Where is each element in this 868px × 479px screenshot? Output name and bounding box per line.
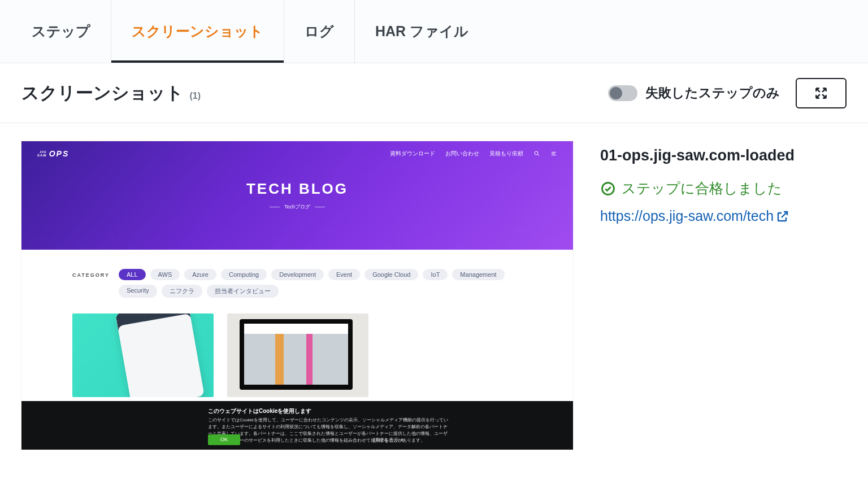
pill-interview: 担当者インタビュー [207, 285, 279, 298]
shot-logo: JIG SAW OPS [37, 149, 69, 158]
toggle-label: 失敗したステップのみ [645, 84, 780, 102]
pill-google-cloud: Google Cloud [364, 269, 418, 280]
tab-logs[interactable]: ログ [284, 0, 354, 63]
expand-button[interactable] [796, 78, 847, 108]
pill-computing: Computing [221, 269, 267, 280]
screenshot-thumbnail[interactable]: JIG SAW OPS 資料ダウンロード お問い合わせ 見積もり依頼 TECH … [21, 141, 573, 450]
toggle-switch-icon [608, 85, 637, 101]
section-title: スクリーンショット [21, 83, 184, 103]
shot-hero-title: TECH BLOG [246, 180, 348, 198]
menu-icon [550, 150, 557, 157]
cookie-ok-button: OK [208, 434, 240, 446]
section-count: (1) [189, 91, 201, 101]
cookie-detail: 詳細を表示 ▾ [374, 437, 403, 445]
card-calculator [72, 313, 214, 397]
cookie-heading: このウェブサイトはCookieを使用します [208, 407, 449, 415]
search-icon [533, 150, 540, 157]
cookie-banner: このウェブサイトはCookieを使用します このサイトではCookieを使用して… [21, 401, 573, 450]
shot-logo-bottom: SAW [37, 154, 47, 157]
tab-steps[interactable]: ステップ [11, 0, 111, 63]
shot-cards [72, 313, 522, 397]
pill-management: Management [452, 269, 504, 280]
category-row: CATEGORY ALL AWS Azure Computing Develop… [72, 269, 522, 298]
screenshot-info: 01-ops.jig-saw.com-loaded ステップに合格しました ht… [600, 141, 847, 224]
check-circle-icon [600, 181, 616, 197]
failed-only-toggle[interactable]: 失敗したステップのみ [608, 84, 780, 102]
tab-har[interactable]: HAR ファイル [354, 0, 489, 63]
screenshot-url-text: https://ops.jig-saw.com/tech [600, 208, 774, 224]
category-label: CATEGORY [72, 272, 110, 278]
pill-all: ALL [119, 269, 146, 280]
shot-link-contact: お問い合わせ [445, 150, 479, 158]
external-link-icon [776, 210, 789, 223]
card-monitor [227, 313, 368, 397]
step-passed: ステップに合格しました [600, 179, 847, 198]
cookie-body: このサイトではCookieを使用して、ユーザーに合わせたコンテンツの表示、ソーシ… [208, 417, 448, 443]
shot-hero-sub: Techブログ [270, 203, 325, 211]
pill-nifcloud: ニフクラ [162, 285, 202, 298]
pill-security: Security [119, 285, 157, 298]
tab-bar: ステップ スクリーンショット ログ HAR ファイル [0, 0, 868, 63]
shot-body: CATEGORY ALL AWS Azure Computing Develop… [21, 250, 573, 401]
pill-event: Event [328, 269, 360, 280]
pill-development: Development [271, 269, 324, 280]
content: JIG SAW OPS 資料ダウンロード お問い合わせ 見積もり依頼 TECH … [0, 123, 868, 468]
screenshot-url-link[interactable]: https://ops.jig-saw.com/tech [600, 208, 789, 224]
tab-screenshots[interactable]: スクリーンショット [111, 0, 284, 63]
section-title-wrap: スクリーンショット (1) [21, 81, 201, 105]
shot-logo-main: OPS [49, 149, 70, 158]
pill-azure: Azure [184, 269, 216, 280]
shot-nav-links: 資料ダウンロード お問い合わせ 見積もり依頼 [390, 150, 557, 158]
header-controls: 失敗したステップのみ [608, 78, 847, 108]
shot-hero: JIG SAW OPS 資料ダウンロード お問い合わせ 見積もり依頼 TECH … [21, 141, 573, 250]
category-pills: ALL AWS Azure Computing Development Even… [119, 269, 522, 298]
step-passed-label: ステップに合格しました [622, 179, 782, 198]
shot-nav: JIG SAW OPS 資料ダウンロード お問い合わせ 見積もり依頼 [21, 149, 573, 158]
pill-aws: AWS [150, 269, 180, 280]
pill-iot: IoT [423, 269, 448, 280]
shot-link-download: 資料ダウンロード [390, 150, 435, 158]
expand-icon [814, 86, 828, 101]
section-header: スクリーンショット (1) 失敗したステップのみ [0, 63, 868, 123]
svg-point-0 [535, 151, 538, 155]
screenshot-name: 01-ops.jig-saw.com-loaded [600, 147, 847, 164]
shot-link-quote: 見積もり依頼 [489, 150, 523, 158]
